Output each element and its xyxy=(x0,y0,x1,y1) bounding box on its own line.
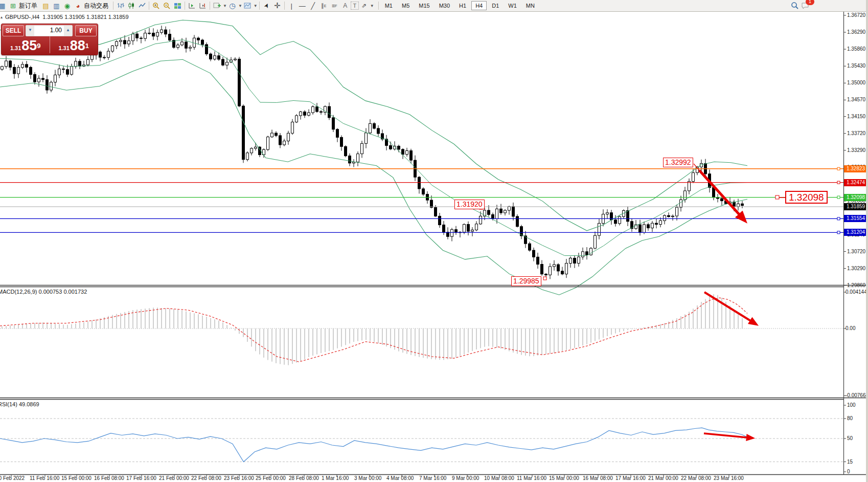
tab-m5[interactable]: M5 xyxy=(398,1,414,10)
history-icon[interactable]: ▤ xyxy=(40,1,51,11)
chart-canvas[interactable] xyxy=(0,0,868,482)
sell-price[interactable]: 1.31859 xyxy=(2,36,50,53)
crosshair-icon[interactable]: ✛ xyxy=(272,1,283,11)
tab-h1[interactable]: H1 xyxy=(455,1,470,10)
annotation-low-price[interactable]: 1.29985 xyxy=(511,276,541,286)
chevron-down-icon[interactable]: ▼ xyxy=(238,4,242,8)
price-callout[interactable]: 1.32098 xyxy=(785,191,828,204)
text-label-icon[interactable]: T xyxy=(351,2,359,10)
macd-histogram-bar xyxy=(541,328,542,355)
arrow-shapes-icon[interactable]: ⇗ xyxy=(359,1,370,11)
macd-histogram-bar xyxy=(349,328,350,343)
text-icon[interactable]: A xyxy=(340,1,351,11)
chevron-down-icon[interactable]: ▼ xyxy=(370,4,374,8)
macd-histogram-bar xyxy=(304,328,305,359)
macd-histogram-bar xyxy=(67,325,68,328)
date-label: 10 Mar 08:00 xyxy=(484,475,514,481)
horizontal-line-icon[interactable]: — xyxy=(297,1,308,11)
macd-histogram-bar xyxy=(451,328,452,359)
macd-histogram-bar xyxy=(370,328,371,341)
tab-m1[interactable]: M1 xyxy=(381,1,397,10)
cursor-icon[interactable]: ➤ xyxy=(260,0,273,13)
annotation-high-price[interactable]: 1.32992 xyxy=(663,158,693,167)
notifications-icon[interactable]: 1 xyxy=(800,1,811,11)
toolbar-separator xyxy=(185,2,185,10)
candle-up xyxy=(38,78,40,82)
tab-w1[interactable]: W1 xyxy=(504,1,521,10)
tab-m15[interactable]: M15 xyxy=(415,1,433,10)
volume-increase-button[interactable]: ▲ xyxy=(64,26,72,36)
fibonacci-icon[interactable]: ≡F xyxy=(329,1,340,11)
macd-histogram-bar xyxy=(22,324,23,328)
bar-chart-icon[interactable] xyxy=(115,1,126,11)
chevron-down-icon[interactable]: ▼ xyxy=(254,4,258,8)
macd-histogram-bar xyxy=(496,328,497,347)
buy-price-big: 88 xyxy=(70,39,85,52)
candle-down xyxy=(655,223,658,224)
candle-down xyxy=(9,61,12,67)
macd-histogram-bar xyxy=(92,320,93,328)
line-chart-icon[interactable] xyxy=(136,1,147,11)
chart-template-icon[interactable] xyxy=(242,1,253,11)
chart-shift-icon[interactable] xyxy=(187,1,197,11)
chevron-down-icon[interactable]: ▼ xyxy=(223,4,227,8)
candle-up xyxy=(578,257,580,263)
candle-up xyxy=(680,200,682,207)
auto-trading-icon[interactable]: ◕ xyxy=(73,1,83,11)
candlestick-chart-icon[interactable] xyxy=(126,1,136,11)
signals-icon[interactable]: ◉ xyxy=(62,1,73,11)
tile-windows-icon[interactable] xyxy=(172,1,183,11)
zoom-in-icon[interactable] xyxy=(151,1,162,11)
date-label: 16 Mar 08:00 xyxy=(583,475,613,481)
annotation-mid-price[interactable]: 1.31920 xyxy=(454,200,485,209)
date-label: 23 Mar 16:00 xyxy=(714,475,744,481)
macd-histogram-bar xyxy=(455,328,456,358)
buy-button[interactable]: BUY xyxy=(75,25,97,36)
auto-scroll-icon[interactable] xyxy=(197,1,208,11)
tab-h4[interactable]: H4 xyxy=(471,1,487,10)
callout-anchor xyxy=(775,195,779,199)
candle-down xyxy=(332,118,335,129)
chart-window-icon[interactable]: ▥ xyxy=(51,1,62,11)
candle-down xyxy=(279,136,282,145)
candle-up xyxy=(271,133,273,137)
candle-down xyxy=(103,57,106,58)
timeframe-menu-icon[interactable]: ◷ xyxy=(227,1,238,11)
equidistant-channel-icon[interactable]: ∥E xyxy=(318,1,329,11)
price-tick: 1.36720 xyxy=(847,12,865,18)
price-tick: 1.34150 xyxy=(847,114,865,119)
search-icon[interactable] xyxy=(789,1,800,11)
candle-down xyxy=(136,34,139,38)
macd-histogram-bar xyxy=(529,328,530,356)
date-label: 17 Feb 16:00 xyxy=(126,475,156,481)
tab-mn[interactable]: MN xyxy=(522,1,539,10)
tab-m30[interactable]: M30 xyxy=(435,1,454,10)
macd-histogram-bar xyxy=(34,323,35,328)
sell-price-prefix: 1.31 xyxy=(10,44,21,52)
add-indicator-icon[interactable] xyxy=(212,1,222,11)
new-order-icon[interactable]: ⊞ xyxy=(8,1,18,11)
main-downtrend-arrow[interactable] xyxy=(699,170,744,220)
auto-trading-label[interactable]: 自动交易 xyxy=(84,2,108,10)
sell-button[interactable]: SELL xyxy=(3,25,24,36)
candle-up xyxy=(50,82,53,90)
candle-down xyxy=(410,150,413,160)
candle-down xyxy=(574,258,576,263)
vertical-line-icon[interactable]: | xyxy=(286,1,297,11)
volume-value[interactable]: 1.00 xyxy=(34,26,64,36)
candle-up xyxy=(672,216,674,216)
new-order-label[interactable]: 新订单 xyxy=(19,2,37,10)
window-icon[interactable]: ▦ xyxy=(0,1,8,11)
zoom-out-icon[interactable] xyxy=(162,1,172,11)
candle-up xyxy=(295,116,298,122)
tab-d1[interactable]: D1 xyxy=(488,1,503,10)
candle-down xyxy=(169,34,171,40)
trendline-icon[interactable]: ╱ xyxy=(308,1,318,11)
macd-histogram-bar xyxy=(325,328,326,352)
macd-histogram-bar xyxy=(447,328,448,359)
rsi-indicator-label: RSI(14) 49.0869 xyxy=(0,401,39,407)
buy-price[interactable]: 1.31881 xyxy=(50,36,98,53)
date-label: 22 Feb 08:00 xyxy=(191,475,221,481)
window-edge xyxy=(866,0,868,482)
volume-decrease-button[interactable]: ▼ xyxy=(26,26,34,36)
